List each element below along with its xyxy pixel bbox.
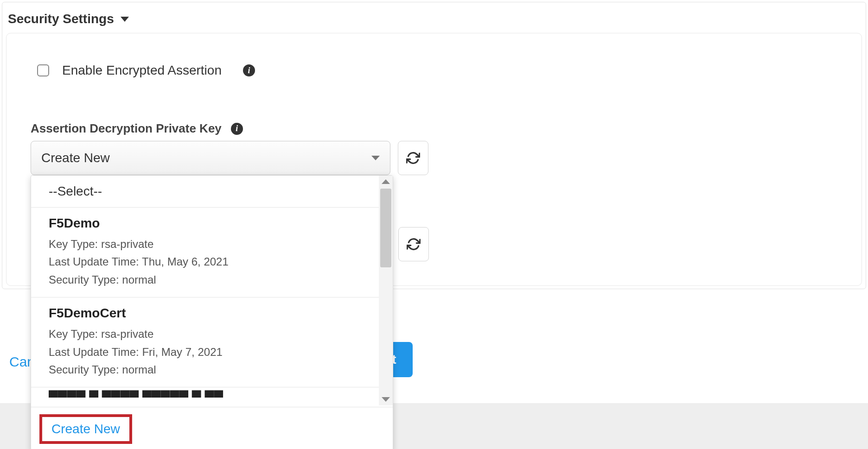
- dropdown-option-f5demo[interactable]: F5Demo Key Type: rsa-private Last Update…: [31, 208, 379, 297]
- enable-encrypted-assertion-checkbox[interactable]: [37, 64, 49, 76]
- private-key-label-text: Assertion Decryption Private Key: [31, 121, 222, 136]
- dropdown-list: --Select-- F5Demo Key Type: rsa-private …: [31, 176, 379, 407]
- dropdown-option-title: F5Demo: [49, 216, 361, 231]
- dropdown-option-f5democert[interactable]: F5DemoCert Key Type: rsa-private Last Up…: [31, 297, 379, 387]
- scroll-up-icon[interactable]: [382, 179, 390, 184]
- assertion-decryption-key-label: Assertion Decryption Private Key i: [31, 121, 243, 136]
- scroll-down-icon[interactable]: [382, 397, 390, 402]
- refresh-icon: [406, 151, 420, 165]
- info-icon[interactable]: i: [243, 64, 255, 76]
- refresh-button-secondary[interactable]: [398, 227, 429, 261]
- scrollbar-thumb[interactable]: [380, 189, 391, 267]
- dropdown-option-lastupdate: Last Update Time: Thu, May 6, 2021: [49, 253, 361, 271]
- dropdown-placeholder-option[interactable]: --Select--: [31, 176, 379, 208]
- section-title-label: Security Settings: [8, 12, 114, 26]
- caret-down-icon: [121, 17, 129, 22]
- security-settings-header[interactable]: Security Settings: [8, 12, 129, 26]
- private-key-dropdown: --Select-- F5Demo Key Type: rsa-private …: [31, 175, 393, 449]
- dropdown-scrollbar[interactable]: [379, 176, 393, 405]
- dropdown-option-securitytype: Security Type: normal: [49, 271, 361, 289]
- private-key-select[interactable]: Create New: [31, 141, 390, 175]
- refresh-icon: [407, 237, 421, 251]
- enable-encrypted-assertion-row: Enable Encrypted Assertion i: [37, 63, 255, 78]
- dropdown-option-lastupdate: Last Update Time: Fri, May 7, 2021: [49, 343, 361, 361]
- dropdown-option-securitytype: Security Type: normal: [49, 361, 361, 379]
- create-new-button[interactable]: Create New: [39, 414, 132, 444]
- dropdown-option-keytype: Key Type: rsa-private: [49, 325, 361, 343]
- private-key-select-row: Create New: [31, 141, 428, 175]
- chevron-down-icon: [371, 156, 380, 160]
- refresh-button[interactable]: [398, 141, 428, 175]
- private-key-selected-value: Create New: [41, 151, 110, 165]
- dropdown-footer: Create New: [31, 407, 393, 449]
- dropdown-option-keytype: Key Type: rsa-private: [49, 235, 361, 253]
- info-icon[interactable]: i: [231, 123, 243, 135]
- enable-encrypted-assertion-label: Enable Encrypted Assertion: [62, 63, 222, 78]
- dropdown-option-cutoff[interactable]: ▄▄▄▄ ▄ ▄▄▄▄ ▄▄▄▄▄ ▄ ▄▄: [31, 387, 379, 398]
- dropdown-option-title: F5DemoCert: [49, 306, 361, 321]
